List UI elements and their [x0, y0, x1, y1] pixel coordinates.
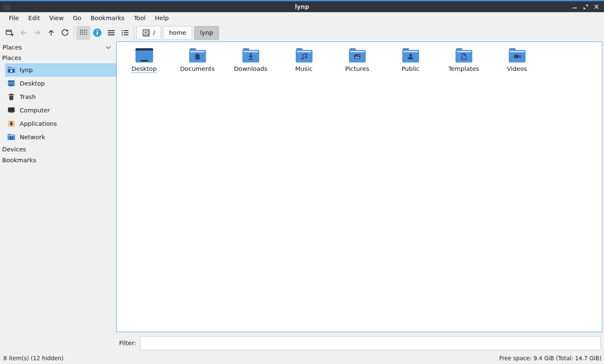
file-manager-window: lynp File Edit View Go Bookmarks Tool He…	[0, 0, 604, 364]
videos-folder-icon	[509, 47, 526, 62]
disk-icon	[142, 29, 150, 37]
sidebar-item-trash[interactable]: Trash	[0, 90, 116, 104]
sidebar-item-lynp[interactable]: lynp	[5, 63, 116, 77]
file-item-label: Templates	[448, 65, 480, 73]
trash-icon	[8, 94, 15, 100]
new-tab-button[interactable]	[3, 26, 16, 40]
templates-folder-icon	[456, 47, 472, 62]
downloads-folder-icon	[242, 47, 259, 62]
sidebar-section-bookmarks[interactable]: Bookmarks	[0, 155, 116, 166]
file-item-label: Documents	[179, 65, 216, 73]
sidebar-item-label: Trash	[20, 94, 36, 100]
up-button[interactable]	[44, 26, 58, 40]
computer-icon	[8, 107, 15, 114]
filter-input[interactable]	[140, 336, 601, 350]
pictures-folder-icon	[349, 47, 366, 62]
desktop-folder-icon	[135, 47, 153, 62]
applications-icon	[8, 120, 15, 127]
sidebar-section-devices[interactable]: Devices	[0, 144, 116, 155]
desktop-icon	[8, 80, 15, 87]
chevron-down-icon	[106, 46, 111, 49]
icon-view-button[interactable]	[76, 26, 90, 40]
path-segment-label: lynp	[200, 29, 213, 36]
file-item-music[interactable]: Music	[277, 46, 331, 73]
menu-edit[interactable]: Edit	[23, 13, 44, 23]
sidebar-item-label: Computer	[20, 107, 50, 114]
file-item-pictures[interactable]: Pictures	[331, 46, 384, 73]
refresh-button[interactable]	[58, 26, 72, 40]
sidebar-item-label: lynp	[20, 67, 33, 73]
sidebar: Places Places lynp Desktop Tras	[0, 42, 116, 332]
menu-go[interactable]: Go	[68, 13, 86, 23]
sidebar-item-label: Network	[20, 134, 45, 140]
menubar: File Edit View Go Bookmarks Tool Help	[0, 12, 604, 24]
compact-view-button[interactable]	[118, 26, 132, 40]
public-folder-icon	[402, 47, 419, 62]
restore-button[interactable]	[581, 3, 590, 11]
file-item-templates[interactable]: Templates	[437, 46, 490, 73]
status-bar: 8 item(s) (12 hidden) Free space: 9.4 Gi…	[0, 354, 604, 364]
menu-tool[interactable]: Tool	[129, 13, 150, 23]
menu-view[interactable]: View	[44, 13, 68, 23]
file-item-label: Desktop	[131, 65, 158, 73]
music-folder-icon	[296, 47, 312, 62]
close-button[interactable]	[592, 3, 601, 11]
filter-bar: Filter:	[0, 332, 604, 354]
file-item-public[interactable]: Public	[384, 46, 437, 73]
home-folder-icon	[8, 67, 15, 73]
toolbar: / home lynp	[0, 24, 604, 42]
info-button[interactable]	[90, 26, 104, 40]
path-segment-lynp[interactable]: lynp	[194, 26, 219, 40]
file-item-desktop[interactable]: Desktop	[117, 46, 171, 73]
sidebar-section-places[interactable]: Places	[0, 52, 116, 63]
file-item-label: Videos	[506, 65, 528, 73]
path-segment-home[interactable]: home	[163, 26, 192, 40]
menu-help[interactable]: Help	[150, 13, 173, 23]
window-title: lynp	[0, 3, 604, 10]
toolbar-separator	[74, 25, 74, 40]
detailed-list-view-button[interactable]	[104, 26, 118, 40]
sidebar-pane-header[interactable]: Places	[0, 42, 116, 52]
file-view[interactable]: Desktop Documents Downloads Music	[116, 42, 602, 332]
network-icon	[8, 134, 15, 140]
documents-folder-icon	[189, 47, 206, 62]
status-item-count: 8 item(s) (12 hidden)	[3, 355, 64, 361]
sidebar-item-label: Applications	[20, 120, 57, 127]
sidebar-item-label: Desktop	[20, 80, 45, 87]
filter-label: Filter:	[119, 340, 136, 346]
toolbar-separator	[134, 25, 134, 40]
path-segment-root[interactable]: /	[136, 26, 161, 40]
file-item-label: Public	[401, 65, 420, 73]
file-item-downloads[interactable]: Downloads	[224, 46, 277, 73]
menu-file[interactable]: File	[4, 13, 23, 23]
sidebar-item-applications[interactable]: Applications	[0, 117, 116, 130]
path-segment-label: home	[169, 29, 186, 36]
file-item-documents[interactable]: Documents	[171, 46, 224, 73]
file-item-label: Pictures	[344, 65, 370, 73]
back-button[interactable]	[16, 26, 30, 40]
sidebar-item-network[interactable]: Network	[0, 130, 116, 144]
file-item-label: Music	[294, 65, 313, 73]
file-item-videos[interactable]: Videos	[490, 46, 544, 73]
path-segment-label: /	[153, 29, 155, 36]
menu-bookmarks[interactable]: Bookmarks	[86, 13, 129, 23]
sidebar-item-computer[interactable]: Computer	[0, 104, 116, 117]
forward-button[interactable]	[30, 26, 44, 40]
minimize-button[interactable]	[570, 3, 579, 11]
status-free-space: Free space: 9.4 GiB (Total: 14.7 GiB)	[499, 355, 601, 361]
pane-header-label: Places	[3, 44, 22, 51]
titlebar[interactable]: lynp	[0, 1, 604, 12]
file-item-label: Downloads	[233, 65, 268, 73]
sidebar-item-desktop[interactable]: Desktop	[0, 77, 116, 90]
